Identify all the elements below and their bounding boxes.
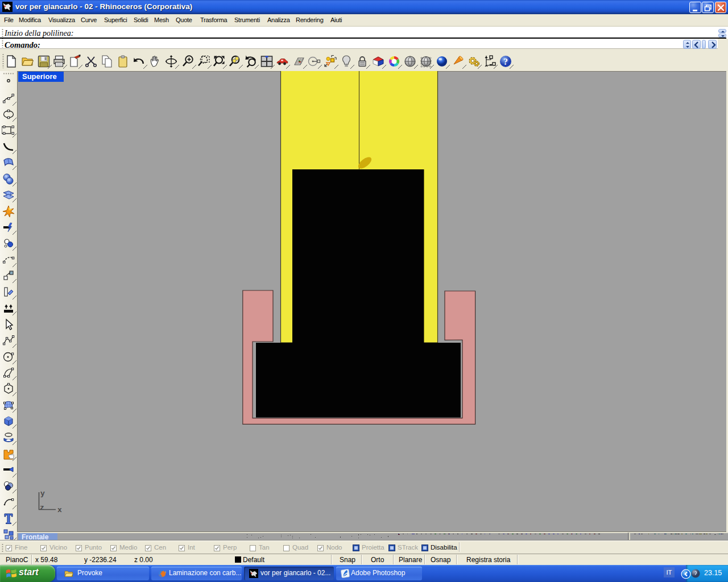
svg-text:?: ?	[503, 57, 508, 66]
svg-text:y: y	[40, 489, 45, 498]
svg-text:x: x	[57, 506, 62, 514]
svg-text:z: z	[40, 504, 44, 512]
